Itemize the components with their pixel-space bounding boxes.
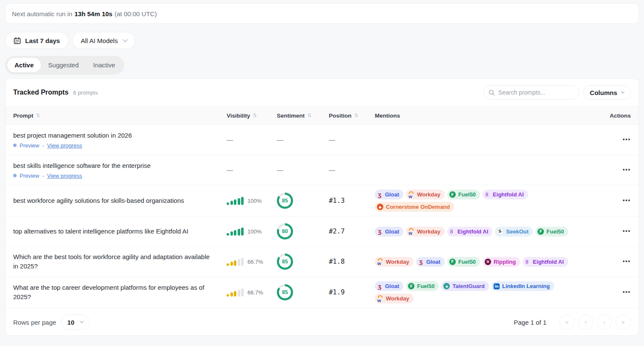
prev-page-button[interactable]: ‹ (578, 314, 593, 330)
mention-pill[interactable]: FFuel50 (447, 190, 480, 199)
tab-inactive[interactable]: Inactive (86, 58, 123, 72)
tab-active[interactable]: Active (7, 58, 41, 72)
visibility-bar (230, 231, 233, 236)
position-cell: #1.8 (329, 258, 375, 265)
search-box[interactable] (483, 85, 579, 100)
brand-badge-icon: ◆ (377, 204, 383, 210)
mention-label: TalentGuard (452, 283, 485, 289)
workday-logo-icon: w (377, 258, 383, 265)
visibility-bar (241, 258, 244, 266)
sort-icon[interactable]: ⇅ (253, 112, 257, 118)
sentiment-cell: 85 (277, 193, 329, 209)
mention-pill[interactable]: ◈TalentGuard (441, 281, 489, 291)
table-row: Which are the best tools for workforce a… (6, 247, 638, 277)
mention-label: Workday (386, 295, 409, 302)
brand-badge-icon: ◈ (443, 283, 450, 289)
row-actions-button[interactable]: ⋯ (622, 166, 631, 174)
table-row: best workforce agility solutions for ski… (6, 185, 638, 216)
mention-label: Workday (417, 228, 440, 235)
mention-pill[interactable]: ≋Rippling (483, 257, 520, 267)
sort-icon[interactable]: ⇅ (354, 112, 358, 118)
mention-pill[interactable]: ʒGloat (375, 227, 403, 236)
table-row: top alternatives to talent intelligence … (6, 216, 638, 247)
first-page-button[interactable]: « (559, 314, 575, 330)
mention-pill[interactable]: FFuel50 (447, 257, 480, 267)
brand-glyph-icon: ʒ (377, 283, 382, 289)
mention-pill[interactable]: wWorkday (375, 294, 414, 303)
col-header-position: Position ⇅ (329, 112, 375, 119)
row-actions-button[interactable]: ⋯ (622, 196, 631, 205)
rows-per-page-value: 10 (67, 319, 75, 326)
mention-pill[interactable]: ∞Eightfold AI (447, 227, 492, 236)
mention-pill[interactable]: wWorkday (406, 227, 445, 236)
mention-pill[interactable]: inLinkedIn Learning (492, 281, 554, 291)
sentiment-cell: 85 (277, 254, 329, 270)
chevron-down-icon (621, 90, 624, 93)
tab-suggested[interactable]: Suggested (41, 58, 86, 72)
rows-per-page-label: Rows per page (13, 319, 56, 326)
workday-logo-icon: w (377, 295, 383, 302)
view-progress-link[interactable]: View progress (47, 142, 82, 149)
panel-title: Tracked Prompts (13, 89, 69, 96)
row-actions-button[interactable]: ⋯ (622, 288, 631, 296)
actions-cell: ⋯ (622, 227, 631, 236)
search-input[interactable] (498, 89, 574, 96)
visibility-cell: — (227, 136, 277, 144)
sentiment-ring: 85 (277, 193, 293, 209)
last-page-button[interactable]: » (615, 314, 631, 330)
sort-icon[interactable]: ⇅ (307, 112, 311, 118)
visibility-bar (230, 201, 233, 205)
mention-pill[interactable]: FFuel50 (535, 227, 568, 236)
preview-dot-icon (13, 144, 17, 147)
mention-pill[interactable]: ∞Eightfold AI (523, 257, 568, 267)
row-actions-button[interactable]: ⋯ (622, 136, 631, 144)
next-run-suffix: (at 00:00 UTC) (115, 10, 157, 17)
mention-pill[interactable]: ʒGloat (375, 281, 403, 291)
mention-label: Fuel50 (458, 259, 476, 265)
date-range-button[interactable]: Last 7 days (5, 32, 69, 49)
mention-pill[interactable]: wWorkday (375, 257, 414, 267)
mention-pill[interactable]: ◆Cornerstone OnDemand (375, 202, 454, 212)
page-indicator: Page 1 of 1 (514, 319, 546, 326)
empty-value: — (227, 166, 233, 173)
visibility-cell: 66.7% (227, 288, 277, 297)
col-header-visibility: Visibility ⇅ (227, 112, 277, 119)
mention-label: Gloat (385, 283, 399, 289)
sentiment-value: 80 (279, 225, 291, 237)
table-header: Prompt ⇅ Visibility ⇅ Sentiment ⇅ Positi… (6, 106, 638, 125)
rows-per-page-select[interactable]: 10 (61, 314, 89, 330)
brand-badge-icon: ≋ (485, 259, 491, 265)
visibility-bar (238, 290, 240, 297)
brand-badge-icon: in (494, 283, 500, 289)
columns-button[interactable]: Columns (583, 85, 631, 100)
tracked-prompts-panel: Tracked Prompts 6 prompts Columns Prompt… (5, 78, 639, 336)
brand-badge-icon: F (538, 228, 544, 235)
sentiment-cell: 85 (277, 284, 329, 300)
view-progress-link[interactable]: View progress (47, 173, 82, 179)
sentiment-cell: 80 (277, 223, 329, 239)
brand-badge-icon: F (449, 191, 456, 198)
prompt-cell: best skills intelligence software for th… (13, 161, 227, 179)
actions-cell: ⋯ (622, 257, 631, 266)
row-actions-button[interactable]: ⋯ (622, 257, 631, 265)
ai-models-select[interactable]: All AI Models (72, 32, 136, 49)
visibility-bar (238, 229, 240, 236)
mention-pill[interactable]: ʒGloat (416, 257, 445, 267)
mentions-cell: wWorkdayʒGloatFFuel50≋Rippling∞Eightfold… (375, 257, 590, 267)
mention-pill[interactable]: ʒGloat (375, 190, 403, 199)
row-actions-button[interactable]: ⋯ (622, 227, 631, 235)
mention-label: Fuel50 (417, 283, 434, 289)
mention-pill[interactable]: S›SeekOut (495, 227, 533, 236)
visibility-bar (238, 259, 240, 266)
visibility-bar (227, 233, 229, 236)
visibility-percent: 66.7% (247, 289, 263, 296)
sort-icon[interactable]: ⇅ (36, 112, 40, 118)
actions-cell: ⋯ (622, 196, 631, 205)
brand-glyph-icon: ∞ (524, 259, 531, 265)
next-page-button[interactable]: › (597, 314, 612, 330)
workday-w: w (377, 261, 381, 266)
mention-pill[interactable]: FFuel50 (406, 281, 439, 291)
brand-glyph-icon: ∞ (484, 192, 491, 197)
mention-pill[interactable]: wWorkday (406, 190, 445, 199)
mention-pill[interactable]: ∞Eightfold AI (483, 190, 528, 199)
